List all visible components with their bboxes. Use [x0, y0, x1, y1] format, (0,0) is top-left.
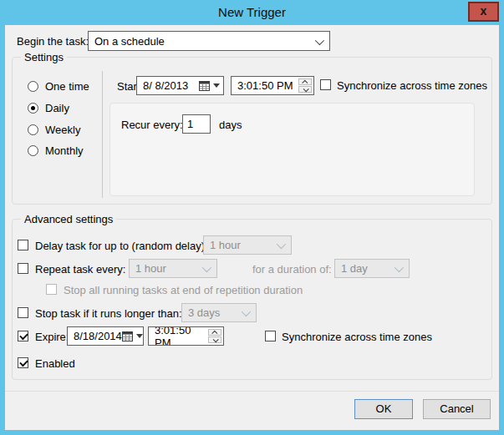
repeat-duration-combobox: 1 day [334, 259, 410, 278]
calendar-icon [122, 331, 133, 341]
advanced-settings-legend: Advanced settings [21, 213, 116, 225]
radio-button-icon [28, 81, 38, 92]
expire-date-picker[interactable]: 8/18/2014 [67, 326, 144, 346]
chevron-down-icon [277, 239, 283, 251]
enabled-label: Enabled [35, 357, 75, 370]
repeat-duration-label: for a duration of: [252, 263, 331, 276]
close-x-icon: x [481, 4, 487, 18]
footer-divider [5, 391, 499, 392]
recur-days-input[interactable] [182, 114, 211, 134]
expire-checkbox[interactable] [18, 331, 28, 341]
stop-task-label: Stop task if it runs longer than: [35, 307, 182, 320]
calendar-icon [199, 81, 210, 91]
dialog-content: Begin the task: On a schedule Settings O… [5, 25, 499, 430]
radio-weekly-label: Weekly [45, 124, 80, 136]
repeat-task-checkbox[interactable] [18, 263, 28, 274]
chevron-up-icon [211, 330, 217, 336]
dropdown-arrow-icon [213, 83, 220, 88]
cancel-button[interactable]: Cancel [423, 399, 491, 419]
radio-monthly-label: Monthly [45, 144, 84, 157]
stop-task-duration-value: 3 days [188, 306, 220, 319]
start-sync-timezones-label: Synchronize across time zones [337, 79, 487, 92]
chevron-down-icon [202, 262, 209, 275]
radio-weekly[interactable]: Weekly [28, 124, 80, 136]
repeat-interval-combobox: 1 hour [129, 259, 217, 278]
chevron-down-icon [303, 86, 308, 92]
expire-date-value: 8/18/2014 [74, 330, 122, 342]
spin-down-button[interactable] [208, 336, 221, 343]
stop-all-tasks-label: Stop all running tasks at end of repetit… [64, 284, 303, 296]
chevron-down-icon [242, 306, 248, 319]
chevron-down-icon [395, 262, 401, 275]
daily-settings-panel [109, 103, 475, 196]
settings-legend: Settings [21, 51, 67, 63]
radio-button-icon [28, 124, 38, 135]
repeat-interval-value: 1 hour [135, 262, 166, 275]
spin-up-button[interactable] [298, 78, 312, 85]
start-time-spinner[interactable]: 3:01:50 PM [231, 76, 314, 95]
delay-task-label: Delay task for up to (random delay): [35, 240, 208, 252]
spin-down-button[interactable] [298, 86, 312, 93]
radio-one-time-label: One time [45, 80, 89, 93]
start-date-value: 8/ 8/2013 [143, 79, 188, 92]
chevron-down-icon [315, 35, 322, 48]
repeat-duration-value: 1 day [341, 262, 368, 275]
spin-up-button[interactable] [208, 329, 221, 336]
ok-button[interactable]: OK [354, 399, 413, 419]
stop-all-tasks-checkbox [46, 284, 57, 295]
radio-button-selected-icon [28, 103, 38, 114]
settings-divider [102, 71, 103, 198]
begin-task-combobox[interactable]: On a schedule [88, 31, 330, 51]
expire-sync-timezones-checkbox[interactable] [265, 331, 276, 341]
start-time-value: 3:01:50 PM [237, 79, 293, 92]
title-bar[interactable]: New Trigger [0, 0, 504, 25]
radio-one-time[interactable]: One time [28, 80, 89, 93]
enabled-checkbox[interactable] [18, 357, 28, 368]
start-sync-timezones-checkbox[interactable] [320, 79, 331, 90]
close-button[interactable]: x [468, 2, 499, 22]
recur-unit-label: days [219, 119, 242, 131]
delay-duration-value: 1 hour [210, 239, 241, 251]
dropdown-arrow-icon [136, 334, 143, 338]
radio-button-icon [28, 145, 38, 156]
delay-duration-combobox: 1 hour [203, 235, 292, 255]
radio-monthly[interactable]: Monthly [28, 144, 84, 157]
begin-task-value: On a schedule [94, 35, 165, 48]
expire-time-value: 3:01:50 PM [155, 326, 206, 346]
recur-every-label: Recur every: [121, 119, 183, 131]
start-date-picker[interactable]: 8/ 8/2013 [136, 76, 224, 95]
expire-time-spinner[interactable]: 3:01:50 PM [148, 326, 224, 346]
radio-daily-label: Daily [45, 102, 69, 114]
expire-sync-timezones-label: Synchronize across time zones [282, 331, 432, 343]
begin-task-label: Begin the task: [17, 35, 89, 48]
window-title: New Trigger [218, 5, 286, 19]
repeat-task-label: Repeat task every: [35, 263, 125, 276]
delay-task-checkbox[interactable] [18, 240, 28, 250]
chevron-down-icon [212, 336, 218, 342]
new-trigger-dialog: New Trigger x Begin the task: On a sched… [0, 0, 504, 435]
expire-label: Expire: [35, 331, 69, 343]
radio-daily[interactable]: Daily [28, 102, 69, 114]
chevron-up-icon [302, 79, 308, 85]
stop-task-checkbox[interactable] [18, 307, 28, 318]
stop-task-duration-combobox: 3 days [181, 303, 257, 322]
